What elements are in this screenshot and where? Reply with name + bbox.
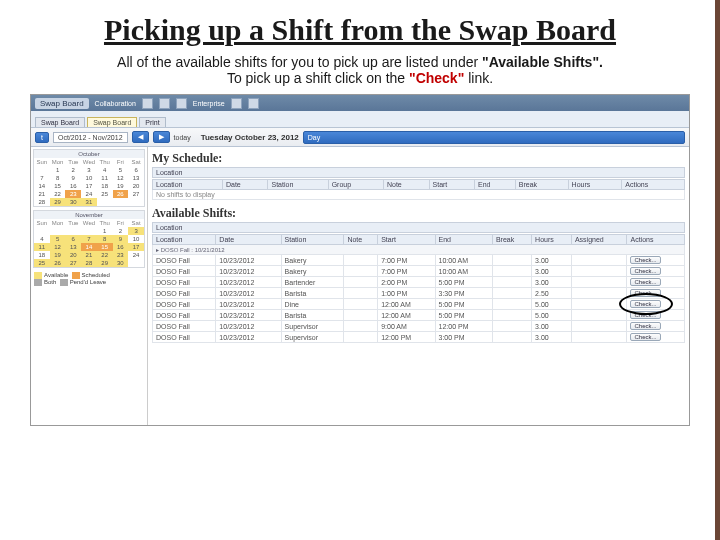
calendar-day[interactable]: 19 bbox=[50, 251, 66, 259]
calendar-day[interactable]: 23 bbox=[113, 251, 129, 259]
calendar-day[interactable]: 24 bbox=[81, 190, 97, 198]
calendar-day[interactable]: 12 bbox=[50, 243, 66, 251]
tab-print[interactable]: Print bbox=[139, 117, 165, 127]
calendar-day[interactable]: 6 bbox=[65, 235, 81, 243]
check-link[interactable]: Check... bbox=[630, 300, 660, 308]
nav-today-button[interactable]: t bbox=[35, 132, 49, 143]
calendar-day[interactable]: 13 bbox=[65, 243, 81, 251]
calendar-day[interactable]: 13 bbox=[128, 174, 144, 182]
topbar-menu-enterprise[interactable]: Enterprise bbox=[193, 100, 225, 107]
calendar-day[interactable]: 30 bbox=[113, 259, 129, 267]
calendar-day[interactable]: 28 bbox=[34, 198, 50, 206]
calendar-day[interactable] bbox=[113, 198, 129, 206]
calendar-day[interactable]: 4 bbox=[97, 166, 113, 174]
copy-icon[interactable] bbox=[231, 98, 242, 109]
calendar-day[interactable]: 18 bbox=[97, 182, 113, 190]
calendar-day[interactable]: 14 bbox=[34, 182, 50, 190]
calendar-day[interactable]: 20 bbox=[65, 251, 81, 259]
calendar-day[interactable]: 5 bbox=[50, 235, 66, 243]
calendar-day[interactable]: 27 bbox=[128, 190, 144, 198]
check-link[interactable]: Check... bbox=[630, 289, 660, 297]
calendar-day[interactable]: 3 bbox=[128, 227, 144, 235]
calendar-day[interactable]: 15 bbox=[50, 182, 66, 190]
calendar-day[interactable] bbox=[65, 227, 81, 235]
calendar-day[interactable]: 12 bbox=[113, 174, 129, 182]
calendar-day[interactable]: 11 bbox=[34, 243, 50, 251]
calendar-day[interactable]: 2 bbox=[65, 166, 81, 174]
calendar-day[interactable] bbox=[34, 227, 50, 235]
calendar-day[interactable]: 21 bbox=[81, 251, 97, 259]
calendar-day[interactable]: 16 bbox=[113, 243, 129, 251]
check-link[interactable]: Check... bbox=[630, 322, 660, 330]
calendar-day[interactable]: 7 bbox=[81, 235, 97, 243]
calendar-day[interactable]: 16 bbox=[65, 182, 81, 190]
check-link[interactable]: Check... bbox=[630, 256, 660, 264]
check-link[interactable]: Check... bbox=[630, 267, 660, 275]
calendar-day[interactable]: 5 bbox=[113, 166, 129, 174]
calendar-day[interactable]: 10 bbox=[81, 174, 97, 182]
calendar-day[interactable]: 4 bbox=[34, 235, 50, 243]
calendar-day[interactable]: 11 bbox=[97, 174, 113, 182]
calendar-day[interactable]: 10 bbox=[128, 235, 144, 243]
calendar-day[interactable]: 1 bbox=[97, 227, 113, 235]
calendar-day[interactable]: 17 bbox=[128, 243, 144, 251]
calendar-day[interactable]: 28 bbox=[81, 259, 97, 267]
nav-today-sub[interactable]: today bbox=[174, 134, 191, 141]
calendar-day[interactable]: 23 bbox=[65, 190, 81, 198]
calendar-day[interactable]: 26 bbox=[50, 259, 66, 267]
doc-icon[interactable] bbox=[176, 98, 187, 109]
calendar-day[interactable]: 22 bbox=[50, 190, 66, 198]
topbar-menu-collaboration[interactable]: Collaboration bbox=[95, 100, 136, 107]
calendar-day[interactable]: 14 bbox=[81, 243, 97, 251]
col-header: Hours bbox=[568, 180, 622, 190]
calendar-day[interactable]: 30 bbox=[65, 198, 81, 206]
calendar-day[interactable] bbox=[81, 227, 97, 235]
calendar-day[interactable]: 3 bbox=[81, 166, 97, 174]
calendar-day[interactable]: 9 bbox=[65, 174, 81, 182]
calendar-day[interactable]: 29 bbox=[50, 198, 66, 206]
nav-prev-button[interactable]: ◀ bbox=[132, 131, 149, 143]
check-link[interactable]: Check... bbox=[630, 311, 660, 319]
calendar-day[interactable]: 8 bbox=[50, 174, 66, 182]
calendar-day[interactable]: 25 bbox=[97, 190, 113, 198]
save-icon[interactable] bbox=[142, 98, 153, 109]
topbar-tab[interactable]: Swap Board bbox=[35, 98, 89, 109]
calendar-day[interactable] bbox=[128, 198, 144, 206]
refresh-icon[interactable] bbox=[159, 98, 170, 109]
calendar-day[interactable]: 27 bbox=[65, 259, 81, 267]
nav-date-range[interactable]: Oct/2012 - Nov/2012 bbox=[53, 132, 128, 143]
group-row[interactable]: ▸ DOSO Fall : 10/21/2012 bbox=[153, 245, 685, 255]
calendar-day[interactable]: 24 bbox=[128, 251, 144, 259]
calendar-day[interactable]: 6 bbox=[128, 166, 144, 174]
calendar-day[interactable]: 21 bbox=[34, 190, 50, 198]
calendar-day[interactable]: 29 bbox=[97, 259, 113, 267]
grid-icon[interactable] bbox=[248, 98, 259, 109]
calendar-day[interactable]: 9 bbox=[113, 235, 129, 243]
calendar-day[interactable]: 25 bbox=[34, 259, 50, 267]
calendar-day[interactable]: 2 bbox=[113, 227, 129, 235]
calendar-day[interactable]: 15 bbox=[97, 243, 113, 251]
calendar-day[interactable] bbox=[97, 198, 113, 206]
calendar-day[interactable]: 22 bbox=[97, 251, 113, 259]
nav-next-button[interactable]: ▶ bbox=[153, 131, 170, 143]
col-header: Hours bbox=[532, 235, 572, 245]
check-link[interactable]: Check... bbox=[630, 333, 660, 341]
calendar-day[interactable]: 20 bbox=[128, 182, 144, 190]
calendar-day[interactable]: 17 bbox=[81, 182, 97, 190]
col-header: Date bbox=[216, 235, 281, 245]
calendar-day[interactable]: 31 bbox=[81, 198, 97, 206]
calendar-day[interactable]: 26 bbox=[113, 190, 129, 198]
calendar-day[interactable]: 18 bbox=[34, 251, 50, 259]
nav-day-button[interactable]: Day bbox=[303, 131, 685, 144]
calendar-day[interactable] bbox=[50, 227, 66, 235]
tab-swap-board-1[interactable]: Swap Board bbox=[35, 117, 85, 127]
calendar-day[interactable] bbox=[128, 259, 144, 267]
calendar-day[interactable]: 8 bbox=[97, 235, 113, 243]
tab-swap-board-2[interactable]: Swap Board bbox=[87, 117, 137, 127]
calendar-day[interactable]: 7 bbox=[34, 174, 50, 182]
check-link[interactable]: Check... bbox=[630, 278, 660, 286]
calendar-day[interactable] bbox=[34, 166, 50, 174]
month-label-nov: November bbox=[34, 211, 144, 219]
calendar-day[interactable]: 1 bbox=[50, 166, 66, 174]
calendar-day[interactable]: 19 bbox=[113, 182, 129, 190]
